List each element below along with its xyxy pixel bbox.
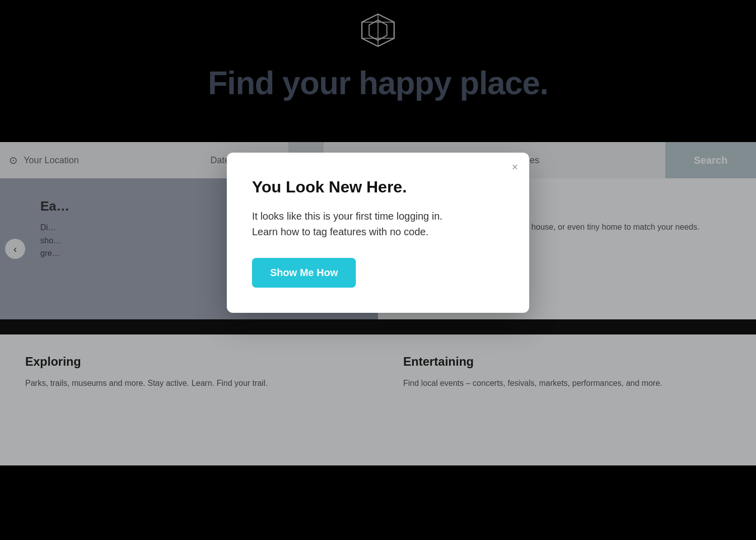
modal-title: You Look New Here. bbox=[252, 178, 504, 196]
modal-body: It looks like this is your first time lo… bbox=[252, 209, 504, 240]
modal-body-line2: Learn how to tag features with no code. bbox=[252, 226, 428, 237]
modal-overlay: × You Look New Here. It looks like this … bbox=[0, 0, 756, 465]
modal-body-line1: It looks like this is your first time lo… bbox=[252, 211, 443, 222]
modal-close-button[interactable]: × bbox=[512, 162, 518, 173]
show-me-how-button[interactable]: Show Me How bbox=[252, 258, 356, 288]
modal: × You Look New Here. It looks like this … bbox=[227, 153, 529, 313]
